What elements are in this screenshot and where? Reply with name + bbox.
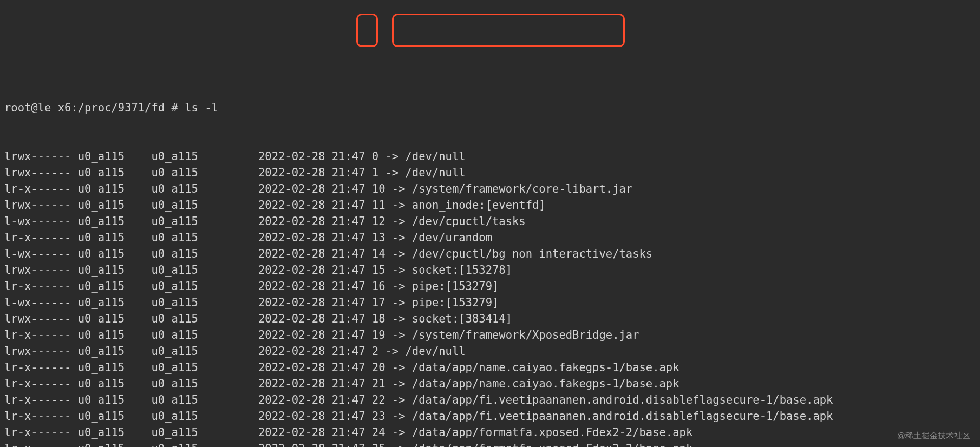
fd-row: lr-x------ u0_a115 u0_a115 2022-02-28 21… [4,181,980,197]
ls-output: lrwx------ u0_a115 u0_a115 2022-02-28 21… [4,148,980,447]
fd-row: lr-x------ u0_a115 u0_a115 2022-02-28 21… [4,278,980,294]
prompt-line: root@le_x6:/proc/9371/fd # ls -l [4,100,980,116]
fd-row: l-wx------ u0_a115 u0_a115 2022-02-28 21… [4,213,980,229]
fd-row: lr-x------ u0_a115 u0_a115 2022-02-28 21… [4,408,980,424]
fd-row: l-wx------ u0_a115 u0_a115 2022-02-28 21… [4,294,980,311]
fd-row: lrwx------ u0_a115 u0_a115 2022-02-28 21… [4,197,980,213]
fd-row: lr-x------ u0_a115 u0_a115 2022-02-28 21… [4,424,980,441]
fd-row: lrwx------ u0_a115 u0_a115 2022-02-28 21… [4,148,980,165]
annotation-highlight [392,14,625,47]
watermark: @稀土掘金技术社区 [897,428,970,444]
fd-row: lr-x------ u0_a115 u0_a115 2022-02-28 21… [4,392,980,408]
fd-row: lrwx------ u0_a115 u0_a115 2022-02-28 21… [4,311,980,327]
fd-row: lr-x------ u0_a115 u0_a115 2022-02-28 21… [4,359,980,376]
fd-row: lrwx------ u0_a115 u0_a115 2022-02-28 21… [4,343,980,359]
annotation-highlight [356,14,378,47]
fd-row: lr-x------ u0_a115 u0_a115 2022-02-28 21… [4,229,980,246]
fd-row: lr-x------ u0_a115 u0_a115 2022-02-28 21… [4,327,980,343]
fd-row: lrwx------ u0_a115 u0_a115 2022-02-28 21… [4,165,980,181]
fd-row: lr-x------ u0_a115 u0_a115 2022-02-28 21… [4,441,980,447]
fd-row: lrwx------ u0_a115 u0_a115 2022-02-28 21… [4,262,980,278]
fd-row: lr-x------ u0_a115 u0_a115 2022-02-28 21… [4,376,980,392]
terminal-output[interactable]: root@le_x6:/proc/9371/fd # ls -l lrwx---… [0,65,980,447]
fd-row: l-wx------ u0_a115 u0_a115 2022-02-28 21… [4,246,980,262]
